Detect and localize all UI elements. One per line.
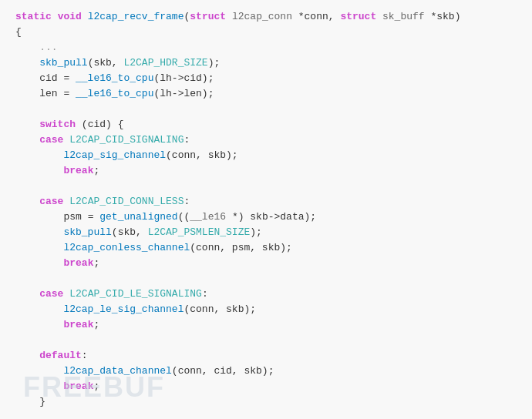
- token: static: [15, 11, 52, 22]
- code-line: l2cap_data_channel(conn, cid, skb);: [15, 364, 517, 379]
- code-container: static void l2cap_recv_frame(struct l2ca…: [0, 0, 532, 419]
- token: case: [39, 196, 63, 207]
- token: break: [63, 165, 93, 176]
- token: ;: [93, 380, 99, 392]
- token: skb_pull: [15, 226, 112, 238]
- token: [376, 11, 382, 22]
- token: [15, 319, 63, 330]
- token: get_unaligned: [99, 211, 177, 223]
- token: [82, 11, 88, 22]
- token: ,: [328, 11, 341, 22]
- token: cid: [15, 72, 58, 84]
- token: =: [82, 211, 99, 223]
- token: psm: [15, 211, 82, 223]
- token: (conn, cid, skb);: [172, 365, 274, 377]
- token: [15, 288, 39, 300]
- code-line: l2cap_le_sig_channel(conn, skb);: [15, 302, 517, 317]
- code-line: l2cap_conless_channel(conn, psm, skb);: [15, 240, 517, 256]
- code-line: skb_pull(skb, L2CAP_HDR_SIZE);: [15, 55, 517, 71]
- token: __le16_to_cpu: [76, 72, 153, 84]
- token: ;: [93, 165, 99, 176]
- token: [15, 350, 39, 361]
- token: [15, 196, 39, 207]
- token: :: [82, 350, 88, 361]
- code-line: case L2CAP_CID_LE_SIGNALING:: [15, 287, 517, 302]
- code-line: ...: [15, 40, 517, 55]
- token: skb_pull: [15, 57, 88, 69]
- code-line: psm = get_unaligned((__le16 *) skb->data…: [15, 210, 517, 225]
- token: =: [58, 88, 76, 99]
- token: [15, 134, 39, 146]
- code-line: break;: [15, 379, 517, 394]
- code-line: case L2CAP_CID_SIGNALING:: [15, 132, 517, 148]
- code-line: [15, 271, 517, 287]
- token: (conn, psm, skb);: [190, 242, 292, 253]
- token: L2CAP_CID_SIGNALING: [69, 134, 184, 146]
- code-line: break;: [15, 163, 517, 179]
- code-line: default:: [15, 348, 517, 364]
- token: [15, 257, 63, 269]
- token: break: [63, 319, 93, 330]
- token: __le16_to_cpu: [76, 88, 153, 99]
- token: *: [292, 11, 305, 22]
- code-line: switch (cid) {: [15, 117, 517, 132]
- token: ...: [15, 42, 58, 53]
- token: struct: [340, 11, 376, 22]
- token: [226, 11, 232, 22]
- token: switch: [39, 119, 76, 130]
- token: case: [39, 288, 63, 300]
- token: (skb,: [88, 57, 124, 69]
- code-line: {: [15, 25, 517, 40]
- token: break: [63, 257, 93, 269]
- token: L2CAP_HDR_SIZE: [123, 57, 207, 69]
- code-line: cid = __le16_to_cpu(lh->cid);: [15, 71, 517, 86]
- token: len: [15, 88, 58, 99]
- token: void: [58, 11, 82, 22]
- token: L2CAP_CID_CONN_LESS: [69, 196, 184, 207]
- token: ((: [178, 211, 190, 223]
- code-block: static void l2cap_recv_frame(struct l2ca…: [15, 9, 517, 410]
- code-line: len = __le16_to_cpu(lh->len);: [15, 86, 517, 102]
- token: default: [39, 350, 82, 361]
- code-line: [15, 333, 517, 348]
- code-line: case L2CAP_CID_CONN_LESS:: [15, 194, 517, 210]
- token: L2CAP_PSMLEN_SIZE: [148, 226, 251, 238]
- token: (conn, skb);: [166, 149, 238, 161]
- token: [52, 11, 58, 22]
- token: case: [39, 134, 63, 146]
- token: ): [455, 11, 461, 22]
- token: break: [63, 380, 93, 392]
- token: [15, 119, 39, 130]
- token: struct: [190, 11, 226, 22]
- token: *) skb->data);: [226, 211, 316, 223]
- code-line: }: [15, 394, 517, 410]
- token: :: [202, 288, 208, 300]
- code-line: break;: [15, 317, 517, 333]
- token: (conn, skb);: [184, 303, 256, 315]
- code-line: [15, 102, 517, 117]
- token: l2cap_le_sig_channel: [15, 303, 184, 315]
- code-line: [15, 179, 517, 194]
- token: *: [425, 11, 437, 22]
- token: (lh->len);: [153, 88, 214, 99]
- token: =: [58, 72, 76, 84]
- token: }: [15, 396, 45, 407]
- code-line: skb_pull(skb, L2CAP_PSMLEN_SIZE);: [15, 225, 517, 240]
- code-line: break;: [15, 256, 517, 271]
- token: :: [184, 134, 190, 146]
- token: conn: [305, 11, 328, 22]
- code-line: l2cap_sig_channel(conn, skb);: [15, 148, 517, 163]
- code-line: static void l2cap_recv_frame(struct l2ca…: [15, 9, 517, 25]
- token: {: [15, 26, 22, 38]
- token: );: [250, 226, 262, 238]
- token: L2CAP_CID_LE_SIGNALING: [69, 288, 202, 300]
- token: skb: [436, 11, 454, 22]
- token: (skb,: [112, 226, 148, 238]
- token: ;: [93, 319, 99, 330]
- token: ;: [93, 257, 99, 269]
- token: :: [184, 196, 190, 207]
- token: l2cap_conless_channel: [15, 242, 190, 253]
- token: [15, 380, 63, 392]
- token: l2cap_sig_channel: [15, 149, 166, 161]
- token: (cid) {: [76, 119, 123, 130]
